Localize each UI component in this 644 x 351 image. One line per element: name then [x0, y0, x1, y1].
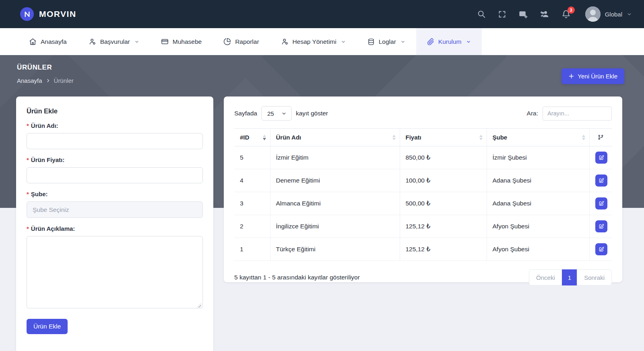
product-name-link[interactable]: Türkçe Eğitimi — [270, 238, 400, 261]
column-header-price[interactable]: Fiyatı — [400, 129, 487, 146]
table-search-input[interactable] — [543, 107, 612, 121]
product-name-link[interactable]: Almanca Eğitimi — [270, 192, 400, 215]
branch-label: * Şube: — [27, 191, 203, 197]
nav-item-label: Loglar — [379, 38, 396, 45]
table-row: 1 Türkçe Eğitimi 125,12 ₺ Afyon Şubesi — [234, 238, 612, 261]
row-price-cell: 500,00 ₺ — [400, 192, 487, 215]
product-name-label: * Ürün Adı: — [27, 122, 203, 129]
row-price-cell: 125,12 ₺ — [400, 215, 487, 238]
page-length-value: 25 — [267, 110, 274, 117]
row-id-cell: 1 — [234, 238, 270, 261]
page-length-select[interactable]: 25 — [261, 106, 292, 121]
row-branch-cell: Afyon Şubesi — [487, 238, 589, 261]
product-name-input[interactable] — [27, 133, 203, 149]
row-id-cell: 4 — [234, 169, 270, 192]
breadcrumb-home-link[interactable]: Anasayfa — [17, 77, 42, 84]
table-header-row: #ID Ürün Adı Fiyatı Şube — [234, 129, 612, 146]
nav-item-loglar[interactable]: Loglar — [357, 28, 416, 55]
edit-row-button[interactable] — [595, 152, 607, 164]
nav-item-label: Başvurular — [100, 38, 130, 45]
products-table-card: Sayfada 25 kayıt göster Ara: #ID Ürün Ad… — [224, 96, 622, 282]
row-branch-cell: İzmir Şubesi — [487, 146, 589, 169]
new-product-button[interactable]: Yeni Ürün Ekle — [561, 68, 624, 84]
home-icon — [29, 38, 37, 45]
sort-icon — [582, 135, 585, 140]
required-marker: * — [27, 122, 29, 129]
product-description-textarea[interactable] — [27, 236, 203, 308]
sort-icon — [479, 135, 483, 140]
product-add-submit-button[interactable]: Ürün Ekle — [27, 319, 68, 334]
page-title: ÜRÜNLER — [17, 64, 74, 72]
chevron-right-icon — [46, 78, 50, 83]
new-product-button-label: Yeni Ürün Ekle — [578, 73, 617, 80]
pagination-page-1-button[interactable]: 1 — [562, 269, 577, 285]
chevron-down-icon — [400, 39, 405, 44]
credit-card-icon — [161, 38, 169, 45]
column-header-name[interactable]: Ürün Adı — [270, 129, 400, 146]
row-price-cell: 100,00 ₺ — [400, 169, 487, 192]
product-description-label: * Ürün Açıklama: — [27, 225, 203, 232]
column-header-id[interactable]: #ID — [234, 129, 270, 146]
edit-row-button[interactable] — [595, 220, 607, 232]
nav-item-label: Raporlar — [235, 38, 259, 45]
required-marker: * — [27, 156, 29, 163]
table-row: 5 İzmir Eğitim 850,00 ₺ İzmir Şubesi — [234, 146, 612, 169]
brand-logo[interactable]: MORVIN — [20, 7, 76, 21]
nav-item-raporlar[interactable]: Raporlar — [213, 28, 270, 55]
nav-item-label: Hesap Yönetimi — [293, 38, 336, 45]
nav-item-kurulum[interactable]: Kurulum — [416, 28, 482, 55]
product-name-link[interactable]: Deneme Eğitimi — [270, 169, 400, 192]
fullscreen-icon[interactable] — [498, 10, 506, 18]
brand-name: MORVIN — [39, 9, 76, 19]
table-row: 3 Almanca Eğitimi 500,00 ₺ Adana Şubesi — [234, 192, 612, 215]
add-user-icon[interactable] — [540, 9, 549, 19]
page-length-control: Sayfada 25 kayıt göster — [234, 106, 328, 121]
chevron-down-icon — [627, 12, 632, 17]
table-info-text: 5 kayıttan 1 - 5 arasındaki kayıtlar gös… — [234, 274, 360, 281]
edit-row-button[interactable] — [595, 174, 607, 187]
product-name-link[interactable]: İzmir Eğitim — [270, 146, 400, 169]
breadcrumb: Anasayfa Ürünler — [17, 77, 74, 84]
nav-item-muhasebe[interactable]: Muhasebe — [150, 28, 213, 55]
product-add-card: Ürün Ekle * Ürün Adı: * Ürün Fiyatı: * Ş… — [16, 96, 213, 351]
user-menu[interactable]: Global — [585, 6, 632, 22]
row-branch-cell: Afyon Şubesi — [487, 215, 589, 238]
chevron-down-icon — [134, 39, 139, 44]
chevron-down-icon — [466, 39, 471, 44]
notifications-bell-icon[interactable]: 3 — [561, 10, 571, 19]
edit-row-button[interactable] — [595, 197, 607, 209]
pagination-next-button[interactable]: Sonraki — [577, 269, 612, 285]
chevron-down-icon — [341, 39, 346, 44]
pagination-prev-button[interactable]: Önceki — [529, 269, 562, 285]
chevron-down-icon — [281, 111, 287, 116]
pie-chart-icon — [223, 38, 231, 45]
git-branch-icon — [595, 134, 607, 140]
column-header-actions — [589, 129, 612, 146]
product-price-input[interactable] — [27, 167, 203, 183]
row-price-cell: 850,00 ₺ — [400, 146, 487, 169]
row-branch-cell: Adana Şubesi — [487, 169, 589, 192]
database-icon — [367, 38, 375, 45]
row-id-cell: 5 — [234, 146, 270, 169]
column-header-branch[interactable]: Şube — [487, 129, 589, 146]
sort-icon — [392, 135, 396, 140]
branch-select[interactable]: Şube Seçiniz — [27, 201, 203, 218]
edit-icon — [599, 201, 604, 206]
sort-icon — [263, 135, 266, 140]
notification-count-badge: 3 — [568, 6, 575, 14]
new-message-icon[interactable] — [518, 10, 528, 19]
nav-item-basvurular[interactable]: Başvurular — [78, 28, 150, 55]
product-name-link[interactable]: İngilizce Eğitimi — [270, 215, 400, 238]
edit-icon — [599, 246, 604, 252]
nav-item-anasayfa[interactable]: Anasayfa — [18, 28, 78, 55]
edit-icon — [599, 155, 604, 160]
search-icon[interactable] — [477, 10, 486, 18]
nav-item-hesap-yonetimi[interactable]: Hesap Yönetimi — [270, 28, 357, 55]
row-id-cell: 2 — [234, 215, 270, 238]
length-prefix: Sayfada — [234, 110, 257, 117]
user-icon — [89, 38, 96, 45]
edit-row-button[interactable] — [595, 243, 607, 255]
nav-item-label: Anasayfa — [41, 38, 67, 45]
products-table: #ID Ürün Adı Fiyatı Şube — [234, 128, 612, 261]
main-menubar: Anasayfa Başvurular Muhasebe Raporlar He… — [0, 28, 644, 55]
